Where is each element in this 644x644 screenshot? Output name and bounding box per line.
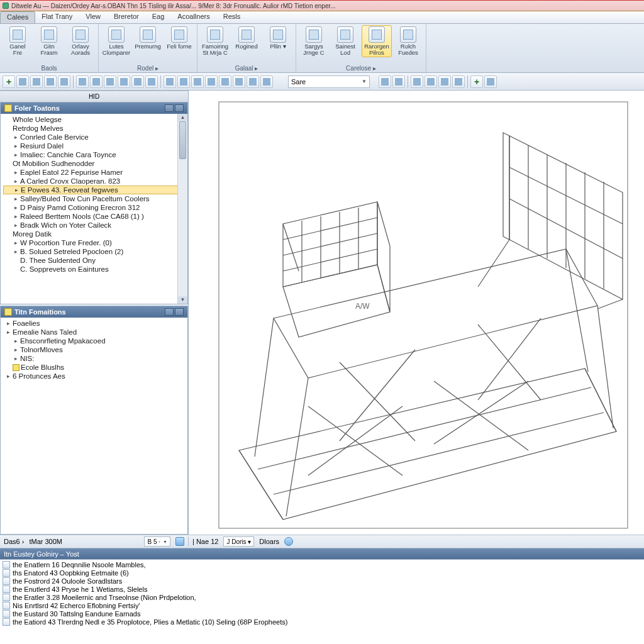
menu-calees[interactable]: Calees: [0, 11, 35, 23]
ribbon-button[interactable]: GitnFrasm: [34, 25, 64, 57]
tree-node[interactable]: ▸TolnorMloves: [3, 345, 187, 354]
viewport-3d[interactable]: A/W: [189, 91, 644, 535]
panel-min-icon[interactable]: [165, 104, 174, 112]
expand-icon[interactable]: ▸: [13, 204, 19, 211]
qt-btn-17[interactable]: [247, 75, 259, 88]
panel2-header[interactable]: Titn Fomaitions: [1, 306, 187, 318]
add-button[interactable]: [3, 75, 15, 88]
qt-btn-r3[interactable]: [411, 75, 423, 88]
status-left-icon[interactable]: [175, 537, 184, 546]
quick-select[interactable]: Sare ▼: [288, 75, 370, 88]
tree-node[interactable]: ▸Emealie Nans Taled: [3, 328, 187, 336]
qt-btn-2[interactable]: [30, 75, 43, 88]
tree-node[interactable]: ▸Salley/Buled Tow Cun Paceltum Coolers: [3, 194, 187, 203]
qt-btn-1[interactable]: [16, 75, 29, 88]
menu-flat trany[interactable]: Flat Trany: [35, 11, 79, 23]
panel-close-icon[interactable]: [175, 308, 184, 316]
menu-resls[interactable]: Resls: [217, 11, 248, 23]
expand-icon[interactable]: ▸: [13, 152, 19, 158]
expand-icon[interactable]: ▸: [13, 248, 19, 255]
expand-icon[interactable]: ▸: [13, 222, 19, 228]
qt-btn-r4[interactable]: [425, 75, 437, 88]
qt-btn-9[interactable]: [131, 75, 144, 88]
history-line[interactable]: the Eustard 30 Tattslng Eandune Earnads: [3, 610, 641, 618]
history-line[interactable]: the Enutlerd 43 Pryse he 1 Wetiams, Slel…: [3, 586, 641, 594]
tree-node[interactable]: ▸Imaliec: Canchie Cara Toynce: [3, 150, 187, 159]
qt-btn-r7[interactable]: [470, 75, 483, 88]
scroll-thumb[interactable]: [179, 121, 186, 159]
tree-node[interactable]: ▸Bradk Wich on Yoter Caileck: [3, 221, 187, 230]
ribbon-button[interactable]: Feli forne: [164, 25, 194, 51]
qt-btn-7[interactable]: [104, 75, 116, 88]
tree-node[interactable]: ▸Raleed Berttem Nools (Cae CA68 (1) ): [3, 212, 187, 221]
qt-btn-5[interactable]: [76, 75, 89, 88]
scrollbar[interactable]: ▲ ▼: [177, 114, 187, 304]
panel-min-icon[interactable]: [165, 308, 174, 316]
ribbon-button[interactable]: GanelFre: [3, 25, 33, 57]
qt-btn-10[interactable]: [145, 75, 158, 88]
expand-icon[interactable]: ▸: [14, 187, 19, 193]
expand-icon[interactable]: ▸: [13, 143, 19, 149]
panel-close-icon[interactable]: [175, 104, 184, 112]
qt-btn-16[interactable]: [233, 75, 245, 88]
menu-eag[interactable]: Eag: [146, 11, 172, 23]
ribbon-button[interactable]: RarorgenPilros: [362, 25, 392, 57]
menu-breretor[interactable]: Breretor: [108, 11, 146, 23]
history-header[interactable]: Itn Eustey Golniry – Yost: [0, 548, 644, 559]
scroll-down-icon[interactable]: ▼: [178, 296, 187, 304]
tree-node[interactable]: Whole Uelegse: [3, 115, 187, 124]
tree-node[interactable]: Ecole Bluslhs: [3, 363, 187, 372]
qt-btn-11[interactable]: [164, 75, 176, 88]
qt-btn-6[interactable]: [90, 75, 103, 88]
expand-icon[interactable]: ▸: [13, 178, 19, 184]
expand-icon[interactable]: ▸: [6, 329, 11, 335]
tree-node[interactable]: ▸6 Protunces Aes: [3, 372, 187, 380]
sidebar-tab-label[interactable]: HID: [4, 93, 184, 100]
history-line[interactable]: Nis Enrtlsrd 42 Echerco Eflobning Fertsi…: [3, 602, 641, 610]
qt-btn-14[interactable]: [205, 75, 218, 88]
status-right-b[interactable]: Dloars: [259, 538, 279, 545]
tree-node[interactable]: ▸D Paisy Pamd Cotioning Erecron 312: [3, 203, 187, 212]
expand-icon[interactable]: ▸: [6, 320, 11, 326]
ribbon-button[interactable]: RolchFuedes: [393, 25, 423, 57]
tree-node[interactable]: ▸NIS:: [3, 354, 187, 363]
qt-btn-18[interactable]: [260, 75, 273, 88]
tree-node[interactable]: ▸Eaplel Eatol 22 Fepurise Hamer: [3, 168, 187, 177]
expand-icon[interactable]: ▸: [13, 196, 19, 202]
menu-acoallners[interactable]: Acoallners: [171, 11, 216, 23]
qt-btn-13[interactable]: [191, 75, 204, 88]
qt-btn-4[interactable]: [58, 75, 70, 88]
expand-icon[interactable]: ▸: [13, 240, 19, 246]
tree-node[interactable]: Moreg Datik: [3, 230, 187, 238]
expand-icon[interactable]: ▸: [13, 338, 19, 344]
qt-btn-r2[interactable]: [392, 75, 405, 88]
expand-icon[interactable]: ▸: [6, 373, 11, 379]
qt-btn-r6[interactable]: [452, 75, 465, 88]
history-line[interactable]: ths Enatord 43 Oopbking Eetmaite (6): [3, 569, 641, 577]
tree-node[interactable]: Retrdog Melves: [3, 124, 187, 133]
expand-icon[interactable]: ▸: [13, 134, 19, 140]
history-line[interactable]: the Eratler 3.28 Moeilernic and Trseolns…: [3, 594, 641, 602]
tree-node[interactable]: ▸B. Solued Setreled Ppocloen (2): [3, 247, 187, 256]
ribbon-button[interactable]: LutesClomparer: [101, 25, 131, 57]
info-icon[interactable]: [284, 537, 293, 546]
status-right-select[interactable]: J Doris ▾: [223, 536, 254, 547]
expand-icon[interactable]: ▸: [13, 213, 19, 219]
expand-icon[interactable]: ▸: [13, 169, 19, 175]
history-line[interactable]: the Enatlern 16 Deqnnilie Nsoole Mambles…: [3, 561, 641, 569]
ribbon-button[interactable]: Pllin ▾: [263, 25, 293, 51]
tree-node[interactable]: ▸Conrled Cale Bervice: [3, 133, 187, 142]
ribbon-button[interactable]: OrlavyAorads: [65, 25, 96, 57]
history-line[interactable]: the Fostrord 24 Ouloole Soradlstars: [3, 577, 641, 586]
qt-btn-r5[interactable]: [438, 75, 451, 88]
ribbon-button[interactable]: SainestLod: [330, 25, 360, 57]
tree-node[interactable]: D. Thee Suldented Ony: [3, 256, 187, 265]
status-left-a[interactable]: Das6 ›: [4, 538, 24, 545]
ribbon-button[interactable]: SargysJrnge C: [299, 25, 329, 57]
qt-btn-12[interactable]: [177, 75, 190, 88]
menu-vlew[interactable]: Vlew: [79, 11, 108, 23]
scroll-up-icon[interactable]: ▲: [178, 114, 187, 121]
qt-btn-r8[interactable]: [484, 75, 497, 88]
history-line[interactable]: the Eatiord 43 Tlrerdng Nedl e 35 Proplo…: [3, 618, 641, 626]
tree-node[interactable]: Ot Mobilion Sudhenodder: [3, 159, 187, 168]
